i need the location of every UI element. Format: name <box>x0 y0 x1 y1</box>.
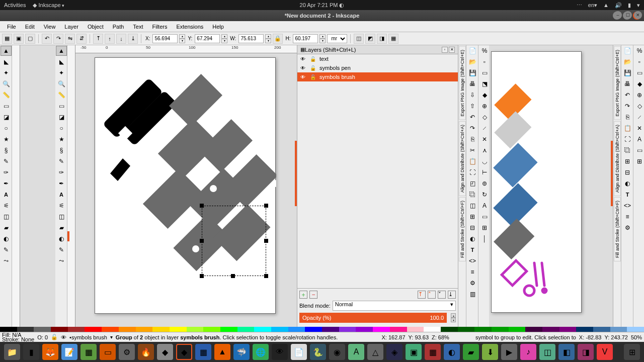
volume-icon[interactable]: 🔊 <box>615 2 622 9</box>
duplicate-button[interactable]: ⿻ <box>467 190 478 200</box>
panel-close-button[interactable]: ✕ <box>449 47 455 53</box>
copy-button[interactable]: ⎘ <box>467 134 478 144</box>
color-swatch[interactable] <box>187 327 204 332</box>
3dbox-tool[interactable]: ◪ <box>1 112 12 122</box>
color-swatch[interactable] <box>525 327 542 332</box>
zoom-2[interactable]: ⛶ <box>622 134 633 144</box>
color-swatch[interactable] <box>390 327 407 332</box>
import-button[interactable]: ⇩ <box>467 90 478 100</box>
bezier-tool[interactable]: ✑ <box>1 167 12 177</box>
pencil-tool-2[interactable]: ✎ <box>56 156 67 166</box>
dock-atom-icon[interactable]: A <box>348 344 364 360</box>
visibility-icon[interactable]: 👁 <box>299 56 306 62</box>
menu-object[interactable]: Object <box>84 23 108 31</box>
dock-tab-export-2[interactable]: Export PNG Image (Shift+Ctrl+E) <box>614 46 621 120</box>
spiral-tool-2[interactable]: § <box>56 145 67 155</box>
calligraphy-tool-2[interactable]: ✒ <box>56 178 67 189</box>
dup-2[interactable]: ⿻ <box>622 145 633 155</box>
color-swatch[interactable] <box>305 327 322 332</box>
dock-app2-icon[interactable]: ◉ <box>329 344 345 360</box>
snap-intersect-button[interactable]: ✕ <box>479 134 490 144</box>
dock-tab-fillstroke-2[interactable]: Fill and Stroke (Shift+Ctrl+F) <box>614 197 621 261</box>
rect-tool[interactable]: ▭ <box>1 101 12 111</box>
dock-music-icon[interactable]: ♪ <box>520 344 536 360</box>
sn5[interactable]: ⊕ <box>634 90 644 100</box>
menu-extensions[interactable]: Extensions <box>172 23 207 31</box>
color-swatch[interactable] <box>356 327 373 332</box>
dock-app1-icon[interactable]: ◆ <box>157 344 173 360</box>
flip-h-button[interactable]: ⇋ <box>65 34 75 44</box>
color-swatch[interactable] <box>458 327 475 332</box>
layer-row-text[interactable]: 👁 🔓 text <box>297 54 458 63</box>
spray-tool[interactable]: ⚟ <box>1 201 12 211</box>
node-tool-2[interactable]: ◣ <box>56 57 67 67</box>
lower-bottom-button[interactable]: ⤓ <box>128 34 138 44</box>
dock-wireshark-icon[interactable]: 🦈 <box>233 344 250 360</box>
snap-smooth-button[interactable]: ◡ <box>479 156 490 166</box>
add-layer-button[interactable]: ＋ <box>299 291 307 299</box>
sn6[interactable]: ◇ <box>634 101 644 111</box>
snap-obj-center-button[interactable]: ⊚ <box>479 178 490 189</box>
color-swatch[interactable] <box>509 327 526 332</box>
paste-button[interactable]: 📋 <box>467 156 478 166</box>
connector-tool[interactable]: ⤳ <box>1 256 12 266</box>
lower-button[interactable]: ↓ <box>116 34 126 44</box>
dock-eye-icon[interactable]: 👁 <box>272 344 288 360</box>
h-input[interactable] <box>293 34 318 43</box>
dock-firefox-icon[interactable]: 🦊 <box>42 344 58 360</box>
flip-v-button[interactable]: ⇵ <box>76 34 87 44</box>
sn7[interactable]: ⟋ <box>634 112 644 122</box>
gradient-tool-2[interactable]: ◐ <box>56 234 67 244</box>
dock-impress-icon[interactable]: ▭ <box>100 344 116 360</box>
visibility-icon[interactable]: 👁 <box>299 74 306 80</box>
text-tool-2[interactable]: A <box>56 190 67 200</box>
color-swatch[interactable] <box>237 327 255 332</box>
dock-files-icon[interactable]: 📁 <box>4 344 20 360</box>
menu-view[interactable]: View <box>40 23 60 31</box>
dock-app6-icon[interactable]: ▦ <box>425 344 441 360</box>
menu-help[interactable]: Help <box>208 23 228 31</box>
dropper-tool[interactable]: ✎ <box>1 245 12 255</box>
layer-top-button[interactable]: ⤒ <box>418 291 426 299</box>
snap-bbox-button[interactable]: ▫ <box>479 57 490 67</box>
new-doc-button[interactable]: 📄 <box>467 46 478 56</box>
print-2[interactable]: 🖶 <box>622 79 633 89</box>
layer-up-button[interactable]: ˄ <box>428 291 436 299</box>
activities-button[interactable]: Activities <box>4 2 26 9</box>
snap-text-button[interactable]: A <box>479 201 490 211</box>
remove-layer-button[interactable]: − <box>309 291 317 299</box>
snap-path-button[interactable]: ⟋ <box>479 123 490 133</box>
rotate-cw-button[interactable]: ↷ <box>53 34 63 44</box>
color-swatch[interactable] <box>102 327 119 332</box>
select-all-button[interactable]: ▣ <box>14 34 24 44</box>
redo-2[interactable]: ↷ <box>622 101 633 111</box>
dock-globe-icon[interactable]: 🌐 <box>253 344 269 360</box>
menu-file[interactable]: File <box>3 23 20 31</box>
visibility-icon[interactable]: 👁 <box>299 65 306 71</box>
x-spinner[interactable]: ▴▾ <box>179 34 185 43</box>
selection-marquee[interactable] <box>202 206 266 276</box>
zoom2[interactable]: 50% <box>631 334 642 340</box>
dock-terminal-icon[interactable]: ▮ <box>23 344 39 360</box>
sn11[interactable]: ⊞ <box>634 156 644 166</box>
bezier-tool-2[interactable]: ✑ <box>56 167 67 177</box>
color-swatch[interactable] <box>559 327 577 332</box>
dock-inkscape-icon[interactable]: ◆ <box>176 344 192 360</box>
window2-maximize-button[interactable]: ☐ <box>624 11 632 19</box>
pencil-tool[interactable]: ✎ <box>1 156 12 166</box>
affect-gradient-button[interactable]: ◨ <box>377 34 387 44</box>
measure-tool-2[interactable]: 📏 <box>56 90 67 100</box>
measure-tool[interactable]: 📏 <box>1 90 12 100</box>
open-button[interactable]: 📂 <box>467 57 478 67</box>
dock-torrent-icon[interactable]: ⬇ <box>482 344 498 360</box>
window-titlebar[interactable]: *New document 2 - Inkscape – ☐ ✕ <box>0 10 644 21</box>
snap-guide-button[interactable]: │ <box>479 234 490 244</box>
copy-2[interactable]: ⎘ <box>622 112 633 122</box>
star-tool[interactable]: ★ <box>1 134 12 144</box>
dock-editor-icon[interactable]: 📄 <box>291 344 307 360</box>
group-button[interactable]: ⊞ <box>467 212 478 222</box>
dock-tab-export[interactable]: Export PNG Image (Shift+Ctrl+E) <box>459 46 466 120</box>
dock-calc-icon[interactable]: ▦ <box>80 344 97 360</box>
lock-icon[interactable]: 🔓 <box>309 56 316 62</box>
sn3[interactable]: ▭ <box>634 68 644 78</box>
